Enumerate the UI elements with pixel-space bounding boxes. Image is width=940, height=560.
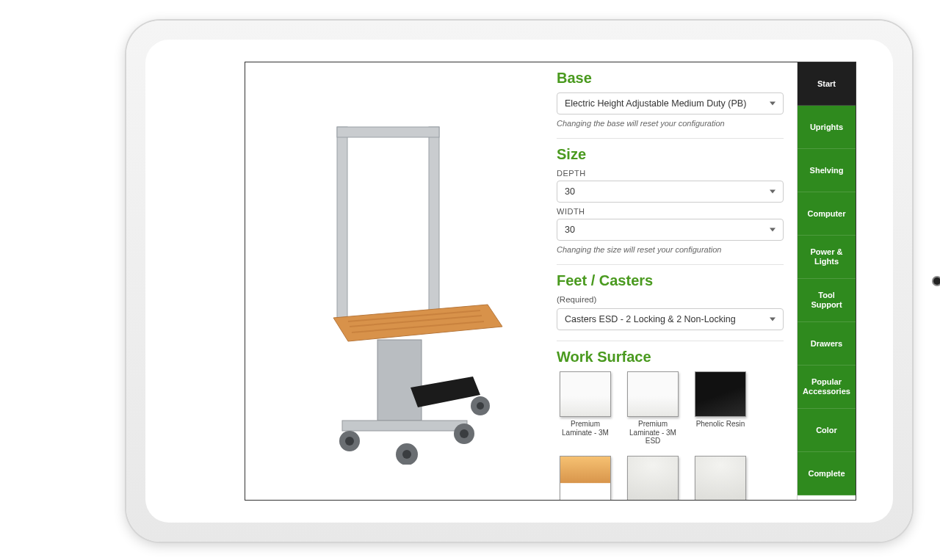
step-computer[interactable]: Computer: [798, 192, 856, 236]
surface-swatch-icon: [695, 456, 746, 501]
section-base: Base Electric Height Adjustable Medium D…: [557, 62, 784, 139]
svg-rect-0: [337, 127, 347, 318]
step-start[interactable]: Start: [798, 62, 856, 106]
base-hint: Changing the base will reset your config…: [557, 119, 784, 128]
ipad-frame: Base Electric Height Adjustable Medium D…: [126, 21, 912, 542]
workbench-illustration: [282, 98, 517, 465]
surface-title: Work Surface: [557, 349, 784, 366]
width-select[interactable]: 30: [557, 219, 784, 241]
feet-title: Feet / Casters: [557, 272, 784, 289]
surface-swatch-icon: [695, 371, 746, 417]
step-tool-support[interactable]: Tool Support: [798, 279, 856, 322]
svg-rect-2: [337, 127, 439, 137]
surface-option-label: Premium Laminate - 3M ESD: [624, 420, 682, 446]
step-popular-accessories[interactable]: Popular Accessories: [798, 366, 856, 409]
step-power-lights[interactable]: Power & Lights: [798, 236, 856, 279]
depth-value: 30: [565, 186, 575, 197]
base-select-value: Electric Height Adjustable Medium Duty (…: [565, 98, 746, 109]
depth-label: DEPTH: [557, 169, 784, 178]
feet-select[interactable]: Casters ESD - 2 Locking & 2 Non-Locking: [557, 308, 784, 330]
surface-swatch-icon: [560, 371, 611, 417]
svg-point-15: [402, 450, 411, 459]
step-shelving[interactable]: Shelving: [798, 149, 856, 192]
svg-rect-1: [429, 127, 439, 318]
config-panel: Base Electric Height Adjustable Medium D…: [554, 62, 797, 500]
size-hint: Changing the size will reset your config…: [557, 245, 784, 254]
surface-option[interactable]: Hardwood Maple: [557, 456, 614, 501]
svg-point-13: [460, 429, 469, 438]
surface-swatch-icon: [560, 456, 611, 501]
section-size: Size DEPTH 30 WIDTH 30 Changing the size…: [557, 139, 784, 265]
feet-value: Casters ESD - 2 Locking & 2 Non-Locking: [565, 314, 736, 324]
svg-rect-9: [342, 421, 467, 431]
step-nav: StartUprightsShelvingComputerPower & Lig…: [797, 62, 856, 500]
app-screen: Base Electric Height Adjustable Medium D…: [245, 62, 856, 501]
surface-option[interactable]: Premium Laminate - 3M: [557, 371, 614, 446]
camera-icon: [933, 277, 940, 285]
section-surface: Work Surface Premium Laminate - 3MPremiu…: [557, 341, 784, 500]
surface-option[interactable]: Premium Laminate - Post Formed ESD: [692, 456, 749, 501]
surface-swatch-icon: [627, 456, 679, 501]
base-title: Base: [557, 70, 784, 87]
surface-option[interactable]: Premium Laminate - Post Formed: [624, 456, 682, 501]
step-drawers[interactable]: Drawers: [798, 322, 856, 366]
width-value: 30: [565, 225, 575, 235]
svg-point-11: [345, 437, 354, 446]
surface-option[interactable]: Premium Laminate - 3M ESD: [624, 371, 682, 446]
svg-point-17: [477, 402, 484, 410]
section-feet: Feet / Casters (Required) Casters ESD - …: [557, 265, 784, 341]
surface-swatch-icon: [627, 371, 679, 417]
surface-options: Premium Laminate - 3MPremium Laminate - …: [557, 371, 784, 500]
depth-select[interactable]: 30: [557, 181, 784, 203]
svg-rect-7: [377, 340, 422, 421]
base-select[interactable]: Electric Height Adjustable Medium Duty (…: [557, 92, 784, 114]
ipad-bezel: Base Electric Height Adjustable Medium D…: [145, 40, 893, 523]
step-color[interactable]: Color: [798, 409, 856, 452]
surface-option-label: Phenolic Resin: [692, 420, 749, 429]
step-uprights[interactable]: Uprights: [798, 106, 856, 149]
surface-option[interactable]: Phenolic Resin: [692, 371, 749, 446]
product-preview: [245, 62, 554, 500]
width-label: WIDTH: [557, 207, 784, 216]
size-title: Size: [557, 146, 784, 163]
step-complete[interactable]: Complete: [798, 452, 856, 495]
surface-option-label: Premium Laminate - 3M: [557, 420, 614, 437]
feet-required: (Required): [557, 295, 784, 304]
